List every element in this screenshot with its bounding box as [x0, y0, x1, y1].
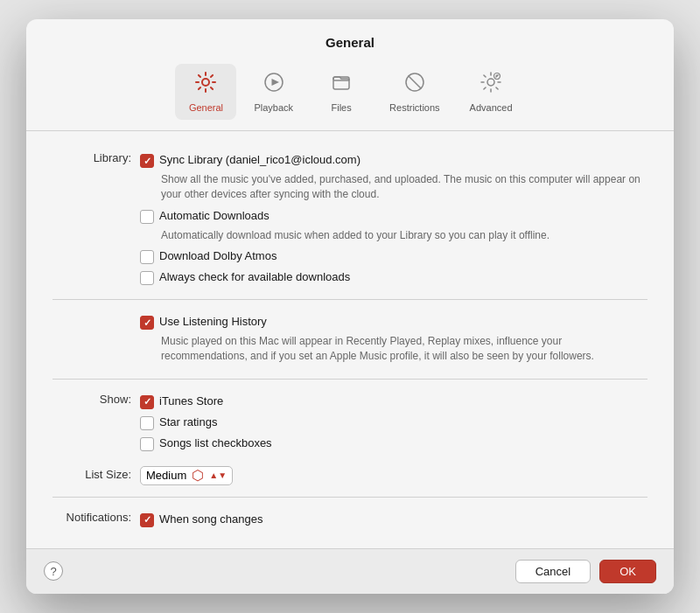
cancel-button[interactable]: Cancel	[515, 560, 591, 583]
svg-marker-2	[271, 79, 279, 86]
show-row: Show: iTunes Store Star ratings Songs li…	[52, 387, 648, 458]
show-section: Show: iTunes Store Star ratings Songs li…	[52, 387, 648, 458]
notifications-label: Notifications:	[52, 509, 140, 524]
download-dolby-label: Download Dolby Atmos	[159, 248, 276, 262]
when-song-changes-label: When song changes	[159, 512, 263, 526]
bottom-bar: ? Cancel OK	[26, 548, 674, 594]
notifications-content: When song changes	[140, 509, 648, 530]
listening-history-label: Use Listening History	[159, 314, 267, 328]
show-content: iTunes Store Star ratings Songs list che…	[140, 391, 648, 454]
itunes-store-checkbox[interactable]	[140, 395, 154, 409]
list-size-row: List Size: Medium ⬡ ▲▼	[52, 462, 648, 490]
listening-history-checkbox[interactable]	[140, 316, 154, 330]
tab-playback[interactable]: Playback	[242, 64, 305, 120]
svg-line-5	[408, 76, 421, 89]
tab-advanced[interactable]: Advanced	[458, 64, 525, 120]
svg-point-6	[487, 79, 494, 86]
tab-restrictions[interactable]: Restrictions	[377, 64, 452, 120]
sync-library-desc: Show all the music you've added, purchas…	[161, 172, 648, 202]
songs-list-label: Songs list checkboxes	[159, 435, 272, 449]
tab-files-label: Files	[331, 102, 351, 113]
listening-history-content: Use Listening History Music played on th…	[140, 311, 648, 367]
sync-library-row: Sync Library (daniel_rico1@icloud.com)	[140, 150, 648, 171]
songs-list-row: Songs list checkboxes	[140, 433, 648, 454]
files-icon	[330, 71, 353, 99]
content-area: Library: Sync Library (daniel_rico1@iclo…	[26, 131, 674, 548]
songs-list-checkbox[interactable]	[140, 437, 154, 451]
listening-history-desc: Music played on this Mac will appear in …	[161, 334, 648, 364]
divider-1	[52, 299, 648, 300]
tab-general[interactable]: General	[175, 64, 236, 120]
svg-point-0	[202, 79, 209, 86]
tab-playback-label: Playback	[254, 102, 293, 113]
list-size-value: Medium	[146, 469, 186, 482]
listening-history-option-row: Use Listening History	[140, 311, 648, 332]
itunes-store-row: iTunes Store	[140, 391, 648, 412]
automatic-downloads-desc: Automatically download music when added …	[161, 228, 648, 243]
sync-library-label: Sync Library (daniel_rico1@icloud.com)	[159, 152, 360, 166]
list-size-label: List Size:	[52, 466, 140, 481]
show-label: Show:	[52, 391, 140, 406]
when-song-changes-row: When song changes	[140, 509, 648, 530]
divider-3	[52, 497, 648, 498]
toolbar: General Playback Files	[26, 59, 674, 131]
library-label: Library:	[52, 150, 140, 164]
dialog-title: General	[26, 19, 674, 59]
list-size-content: Medium ⬡ ▲▼	[140, 466, 648, 485]
automatic-downloads-label: Automatic Downloads	[159, 208, 270, 222]
always-check-label: Always check for available downloads	[159, 269, 350, 283]
automatic-downloads-checkbox[interactable]	[140, 210, 154, 224]
star-ratings-row: Star ratings	[140, 412, 648, 433]
restrictions-icon	[403, 71, 426, 99]
play-icon	[262, 71, 285, 99]
list-size-select[interactable]: Medium ⬡ ▲▼	[140, 466, 233, 485]
tab-files[interactable]: Files	[311, 64, 372, 120]
preferences-dialog: General General Playback	[26, 19, 674, 594]
library-content: Sync Library (daniel_rico1@icloud.com) S…	[140, 150, 648, 288]
when-song-changes-checkbox[interactable]	[140, 513, 154, 527]
automatic-downloads-row: Automatic Downloads	[140, 205, 648, 226]
listening-history-section: Use Listening History Music played on th…	[52, 307, 648, 372]
tab-general-label: General	[189, 102, 223, 113]
library-section: Library: Sync Library (daniel_rico1@iclo…	[52, 145, 648, 292]
list-size-chevrons-icon: ▲▼	[209, 471, 227, 480]
itunes-store-label: iTunes Store	[159, 394, 223, 408]
download-dolby-row: Download Dolby Atmos	[140, 246, 648, 267]
star-ratings-label: Star ratings	[159, 414, 217, 428]
advanced-icon	[480, 71, 502, 99]
sync-library-checkbox[interactable]	[140, 154, 154, 168]
tab-restrictions-label: Restrictions	[389, 102, 439, 113]
help-button[interactable]: ?	[44, 561, 63, 581]
library-row: Library: Sync Library (daniel_rico1@iclo…	[52, 145, 648, 292]
action-buttons: Cancel OK	[515, 560, 656, 583]
ok-button[interactable]: OK	[599, 560, 656, 583]
gear-icon	[194, 71, 217, 99]
always-check-row: Always check for available downloads	[140, 267, 648, 288]
listening-history-row: Use Listening History Music played on th…	[52, 307, 648, 372]
always-check-checkbox[interactable]	[140, 271, 154, 285]
listening-history-empty-label	[52, 311, 140, 313]
star-ratings-checkbox[interactable]	[140, 416, 154, 430]
list-size-arrow-icon: ⬡	[192, 469, 204, 483]
divider-2	[52, 379, 648, 380]
download-dolby-checkbox[interactable]	[140, 250, 154, 264]
notifications-row: Notifications: When song changes	[52, 505, 648, 534]
tab-advanced-label: Advanced	[470, 102, 513, 113]
